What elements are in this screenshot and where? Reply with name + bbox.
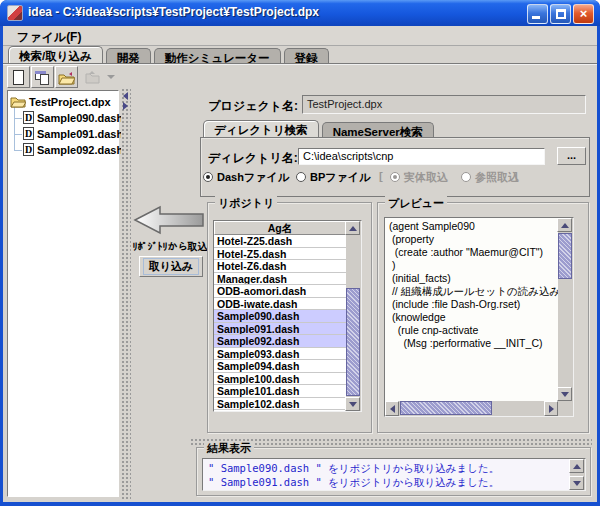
repository-row[interactable]: Sample093.dash <box>214 348 346 361</box>
new-file-icon <box>13 70 24 85</box>
window-title: idea - C:¥idea¥scripts¥TestProject¥TestP… <box>28 5 478 19</box>
import-button-label: 取り込み <box>143 258 200 275</box>
scrollbar-thumb[interactable] <box>346 288 360 396</box>
splitter-collapse-right-icon[interactable] <box>123 102 128 110</box>
import-dropdown-icon <box>107 75 115 79</box>
scrollbar-corner <box>558 401 573 416</box>
preview-line: (rule cnp-activate <box>389 324 558 337</box>
scroll-down-icon[interactable] <box>345 397 360 411</box>
scrollbar-thumb[interactable] <box>400 401 492 415</box>
scroll-down-icon[interactable] <box>569 476 584 490</box>
scroll-up-icon[interactable] <box>345 221 360 235</box>
preview-area[interactable]: (agent Sample090 (property (create :auth… <box>384 217 574 417</box>
toolbar-project-button[interactable] <box>31 66 54 88</box>
result-line: " Sample092.dash " をリポジトリから取り込みました。 <box>208 489 570 490</box>
preview-line: (Msg :performative __INIT_C) <box>389 337 558 350</box>
import-arrow-label: ﾘﾎﾟｼﾞﾄﾘから取込 <box>128 240 212 254</box>
scroll-up-icon[interactable] <box>557 218 572 232</box>
scroll-left-icon[interactable] <box>385 401 399 416</box>
maximize-button[interactable] <box>550 4 571 24</box>
vertical-splitter[interactable] <box>121 88 131 499</box>
toolbar-open-button[interactable] <box>55 66 78 88</box>
browse-button[interactable]: ... <box>557 147 586 165</box>
radio-bp-label: BPファイル <box>310 170 370 185</box>
repository-rows[interactable]: Hotel-Z25.dash Hotel-Z5.dash Hotel-Z6.da… <box>214 235 346 411</box>
preview-line: (property <box>389 233 558 246</box>
tree-item-sample091[interactable]: D Sample091.dash <box>23 126 123 141</box>
scroll-down-icon[interactable] <box>557 387 572 401</box>
tree-stub <box>14 134 22 135</box>
bracket-close: ] <box>514 170 518 182</box>
tab-nameserver-search[interactable]: NameServer検索 <box>322 122 434 138</box>
result-scrollbar[interactable] <box>570 459 585 490</box>
repository-row[interactable]: Hotel-Z5.dash <box>214 248 346 261</box>
project-name-label: プロジェクト名: <box>190 98 298 115</box>
tab-directory-search[interactable]: ディレクトリ検索 <box>203 120 319 138</box>
tree-stub <box>14 150 22 151</box>
tab-search-import[interactable]: 検索/取り込み <box>8 46 103 64</box>
preview-hscrollbar[interactable] <box>385 401 558 416</box>
agname-column-header[interactable]: Ag名 <box>214 221 346 235</box>
scrollbar-thumb[interactable] <box>558 233 572 279</box>
tree-item-label: Sample092.dash <box>37 144 123 156</box>
dash-file-icon: D <box>23 143 34 156</box>
splitter-collapse-left-icon[interactable] <box>123 92 128 100</box>
radio-dash-file[interactable]: Dashファイル <box>203 171 289 183</box>
scroll-right-icon[interactable] <box>544 401 558 416</box>
tree-item-sample090[interactable]: D Sample090.dash <box>23 110 123 125</box>
radio-icon <box>390 172 400 182</box>
repository-scrollbar[interactable] <box>346 221 361 411</box>
repository-row[interactable]: Sample101.dash <box>214 385 346 398</box>
tree-item-sample092[interactable]: D Sample092.dash <box>23 142 123 157</box>
tab-behavior-simulator[interactable]: 動作シミュレーター <box>154 48 281 64</box>
radio-reference-label: 参照取込 <box>475 170 519 185</box>
menu-file[interactable]: ファイル(F) <box>13 28 85 47</box>
preview-code[interactable]: (agent Sample090 (property (create :auth… <box>385 218 558 401</box>
repository-row[interactable]: ODB-aomori.dash <box>214 285 346 298</box>
repository-title: リポジトリ <box>215 196 277 211</box>
left-arrow-graphic <box>133 204 205 236</box>
repository-row[interactable]: Hotel-Z25.dash <box>214 235 346 248</box>
directory-name-label: ディレクトリ名: <box>208 150 298 167</box>
repository-row[interactable]: Sample102.dash <box>214 398 346 411</box>
bracket-open: [ <box>379 170 383 182</box>
app-window: idea - C:¥idea¥scripts¥TestProject¥TestP… <box>0 0 600 506</box>
repository-row[interactable]: Sample092.dash <box>214 335 346 348</box>
minimize-icon <box>532 16 540 19</box>
result-list[interactable]: " Sample090.dash " をリポジトリから取り込みました。 " Sa… <box>202 458 586 491</box>
repository-row[interactable]: Sample094.dash <box>214 360 346 373</box>
repository-row[interactable]: Hotel-Z6.dash <box>214 260 346 273</box>
tree-root-item[interactable]: TestProject.dpx <box>10 94 111 109</box>
preview-vscrollbar[interactable] <box>558 218 573 401</box>
import-button[interactable]: 取り込み <box>139 256 203 277</box>
toolbar-new-button[interactable] <box>7 66 30 88</box>
tab-register[interactable]: 登録 <box>284 48 329 64</box>
repository-row[interactable]: Manager.dash <box>214 273 346 286</box>
repository-row[interactable]: Sample090.dash <box>214 310 346 323</box>
preview-title: プレビュー <box>385 196 447 211</box>
tab-development[interactable]: 開発 <box>106 48 151 64</box>
radio-bp-file[interactable]: BPファイル <box>296 171 370 183</box>
preview-line: // 組織構成ルールセットの読み込み <box>389 285 558 298</box>
radio-icon <box>461 172 471 182</box>
repository-row[interactable]: ODB-iwate.dash <box>214 298 346 311</box>
scroll-up-icon[interactable] <box>569 459 584 473</box>
preview-line: (knowledge <box>389 311 558 324</box>
preview-line: (create :author "Maemur@CIT") <box>389 246 558 259</box>
preview-line: (initial_facts) <box>389 272 558 285</box>
repository-row[interactable]: Sample091.dash <box>214 323 346 336</box>
dash-file-icon: D <box>23 127 34 140</box>
project-tree[interactable]: TestProject.dpx D Sample090.dash D Sampl… <box>7 90 119 497</box>
preview-line: (agent Sample090 <box>389 220 558 233</box>
tree-item-label: Sample091.dash <box>37 128 123 140</box>
toolbar <box>3 65 597 88</box>
toolbar-import-button <box>81 66 104 88</box>
repository-row[interactable]: Sample100.dash <box>214 373 346 386</box>
close-button[interactable]: × <box>573 4 594 24</box>
maximize-icon <box>556 9 566 19</box>
project-copy-icon-page <box>40 74 49 85</box>
minimize-button[interactable] <box>527 4 548 24</box>
directory-input[interactable]: C:\idea\scripts\cnp <box>298 148 545 165</box>
title-bar[interactable]: idea - C:¥idea¥scripts¥TestProject¥TestP… <box>0 0 600 26</box>
radio-icon <box>296 172 306 182</box>
